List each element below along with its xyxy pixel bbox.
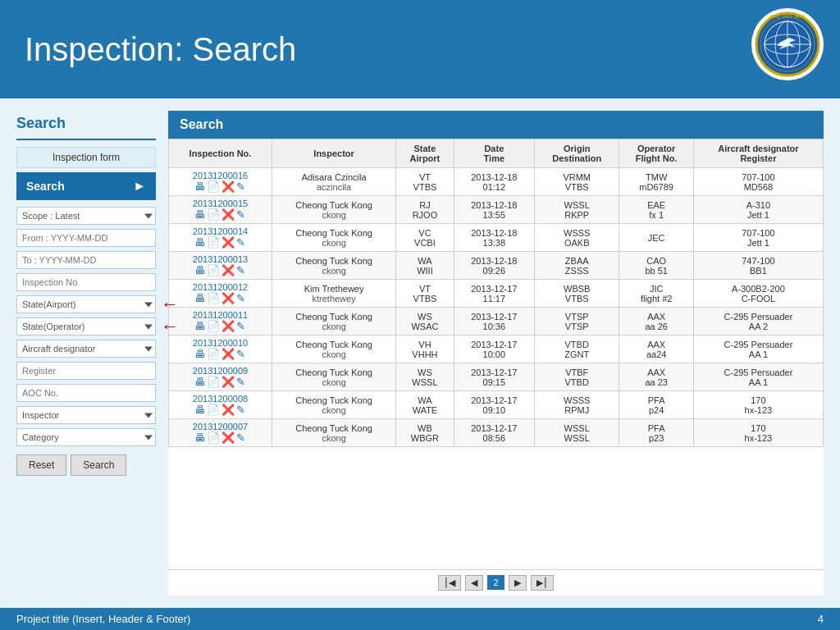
aircraft-designator-select[interactable]: Aircraft designator bbox=[16, 340, 156, 358]
scope-select[interactable]: Scope : Latest bbox=[16, 207, 156, 225]
main-content: Search Inspection form Search ► Scope : … bbox=[0, 98, 840, 608]
edit-icon[interactable]: ✎ bbox=[236, 236, 245, 249]
from-date-input[interactable] bbox=[16, 229, 156, 247]
pdf-icon[interactable]: 📄 bbox=[207, 348, 220, 360]
aircraft-designator-field: Aircraft designator bbox=[16, 340, 156, 358]
footer: Project title (Insert, Header & Footer) … bbox=[0, 608, 840, 630]
page-first-button[interactable]: ⎮◀ bbox=[438, 575, 461, 591]
edit-icon[interactable]: ✎ bbox=[236, 348, 245, 360]
search-main-button[interactable]: Search ► bbox=[16, 172, 156, 200]
print-icon[interactable]: 🖶 bbox=[194, 376, 205, 388]
edit-icon[interactable]: ✎ bbox=[236, 292, 245, 304]
cell-origin: WBSBVTBS bbox=[534, 280, 619, 308]
sidebar: Search Inspection form Search ► Scope : … bbox=[16, 111, 156, 596]
delete-icon[interactable]: ❌ bbox=[221, 376, 235, 388]
cell-state: WBWBGR bbox=[396, 419, 454, 447]
cell-state: WAWIII bbox=[396, 252, 454, 280]
cell-aircraft: 170hx-123 bbox=[693, 391, 823, 419]
edit-icon[interactable]: ✎ bbox=[236, 404, 245, 416]
print-icon[interactable]: 🖶 bbox=[194, 292, 205, 304]
table-row: 20131200014 🖶 📄 ❌ ✎ Cheong Tuck Kongckon… bbox=[169, 224, 824, 252]
search-button[interactable]: Search bbox=[71, 454, 126, 476]
results-table-wrapper[interactable]: Inspection No. Inspector StateAirport Da… bbox=[168, 139, 824, 569]
cell-aircraft: A-300B2-200C-FOOL bbox=[693, 280, 823, 308]
print-icon[interactable]: 🖶 bbox=[194, 208, 205, 221]
pagination: ⎮◀ ◀ 2 ▶ ▶⎮ bbox=[168, 569, 824, 596]
print-icon[interactable]: 🖶 bbox=[194, 348, 205, 360]
edit-icon[interactable]: ✎ bbox=[236, 180, 245, 193]
footer-page: 4 bbox=[818, 613, 824, 625]
delete-icon[interactable]: ❌ bbox=[221, 320, 235, 332]
delete-icon[interactable]: ❌ bbox=[221, 404, 235, 416]
edit-icon[interactable]: ✎ bbox=[236, 208, 245, 221]
pdf-icon[interactable]: 📄 bbox=[207, 404, 220, 416]
pdf-icon[interactable]: 📄 bbox=[207, 264, 220, 276]
reset-button[interactable]: Reset bbox=[16, 454, 66, 476]
table-row: 20131200015 🖶 📄 ❌ ✎ Cheong Tuck Kongckon… bbox=[169, 196, 824, 224]
edit-icon[interactable]: ✎ bbox=[236, 320, 245, 332]
cell-operator: AAXaa24 bbox=[619, 336, 693, 363]
category-select[interactable]: Category bbox=[16, 428, 156, 446]
cell-date: 2013-12-1809:26 bbox=[454, 252, 534, 280]
cell-state: VCVCBI bbox=[396, 224, 454, 252]
red-arrow-operator-icon: ← bbox=[161, 316, 179, 337]
cell-aircraft: C-295 PersuaderAA 1 bbox=[693, 363, 823, 391]
pdf-icon[interactable]: 📄 bbox=[207, 236, 220, 249]
inspection-no-input[interactable] bbox=[16, 273, 156, 291]
from-date-field bbox=[16, 229, 156, 247]
aoc-input[interactable] bbox=[16, 384, 156, 402]
register-input[interactable] bbox=[16, 362, 156, 380]
pdf-icon[interactable]: 📄 bbox=[207, 376, 220, 388]
delete-icon[interactable]: ❌ bbox=[221, 348, 235, 360]
to-date-input[interactable] bbox=[16, 251, 156, 269]
col-inspector: Inspector bbox=[272, 139, 395, 168]
print-icon[interactable]: 🖶 bbox=[194, 264, 205, 276]
cell-operator: AAXaa 23 bbox=[619, 363, 693, 391]
state-operator-select[interactable]: State(Operator) bbox=[16, 317, 156, 336]
cell-operator: PFAp24 bbox=[619, 391, 693, 419]
cell-date: 2013-12-1709:15 bbox=[454, 363, 534, 391]
cell-insp-no: 20131200007 🖶 📄 ❌ ✎ bbox=[169, 419, 272, 447]
edit-icon[interactable]: ✎ bbox=[236, 376, 245, 388]
print-icon[interactable]: 🖶 bbox=[194, 180, 205, 193]
cell-origin: VTSPVTSP bbox=[534, 308, 619, 336]
print-icon[interactable]: 🖶 bbox=[194, 404, 205, 416]
cell-inspector: Cheong Tuck Kongckong bbox=[272, 308, 395, 336]
state-airport-select[interactable]: State(Airport) bbox=[16, 295, 156, 313]
pdf-icon[interactable]: 📄 bbox=[207, 320, 220, 332]
footer-text: Project title (Insert, Header & Footer) bbox=[16, 613, 190, 625]
cell-state: VTVTBS bbox=[396, 280, 454, 308]
pdf-icon[interactable]: 📄 bbox=[207, 292, 220, 304]
print-icon[interactable]: 🖶 bbox=[194, 236, 205, 249]
cell-origin: WSSLWSSL bbox=[534, 419, 619, 447]
delete-icon[interactable]: ❌ bbox=[221, 264, 235, 276]
page-next-button[interactable]: ▶ bbox=[509, 575, 527, 591]
pdf-icon[interactable]: 📄 bbox=[207, 208, 220, 221]
delete-icon[interactable]: ❌ bbox=[221, 180, 235, 193]
edit-icon[interactable]: ✎ bbox=[236, 431, 245, 444]
cell-date: 2013-12-1813:38 bbox=[454, 224, 534, 252]
page-current-button[interactable]: 2 bbox=[487, 575, 504, 590]
cell-operator: JICflight #2 bbox=[619, 280, 693, 308]
page-last-button[interactable]: ▶⎮ bbox=[531, 575, 554, 591]
inspector-select[interactable]: Inspector bbox=[16, 406, 156, 424]
edit-icon[interactable]: ✎ bbox=[236, 264, 245, 276]
delete-icon[interactable]: ❌ bbox=[221, 208, 235, 221]
red-arrow-airport-icon: ← bbox=[161, 294, 179, 315]
print-icon[interactable]: 🖶 bbox=[194, 320, 205, 332]
table-row: 20131200011 🖶 📄 ❌ ✎ Cheong Tuck Kongckon… bbox=[169, 308, 824, 336]
cell-operator: PFAp23 bbox=[619, 419, 693, 447]
inspector-field: Inspector bbox=[16, 406, 156, 424]
header: Inspection: Search ICAO · OACI · ИКАО bbox=[0, 0, 840, 98]
print-icon[interactable]: 🖶 bbox=[194, 431, 205, 444]
pdf-icon[interactable]: 📄 bbox=[207, 431, 220, 444]
pdf-icon[interactable]: 📄 bbox=[207, 180, 220, 193]
page-prev-button[interactable]: ◀ bbox=[465, 575, 483, 591]
delete-icon[interactable]: ❌ bbox=[221, 292, 235, 304]
col-origin-dest: OriginDestination bbox=[534, 139, 619, 168]
delete-icon[interactable]: ❌ bbox=[221, 236, 235, 249]
cell-insp-no: 20131200010 🖶 📄 ❌ ✎ bbox=[169, 336, 272, 363]
cell-state: RJRJOO bbox=[396, 196, 454, 224]
cell-inspector: Cheong Tuck Kongckong bbox=[272, 252, 395, 280]
delete-icon[interactable]: ❌ bbox=[221, 431, 235, 444]
